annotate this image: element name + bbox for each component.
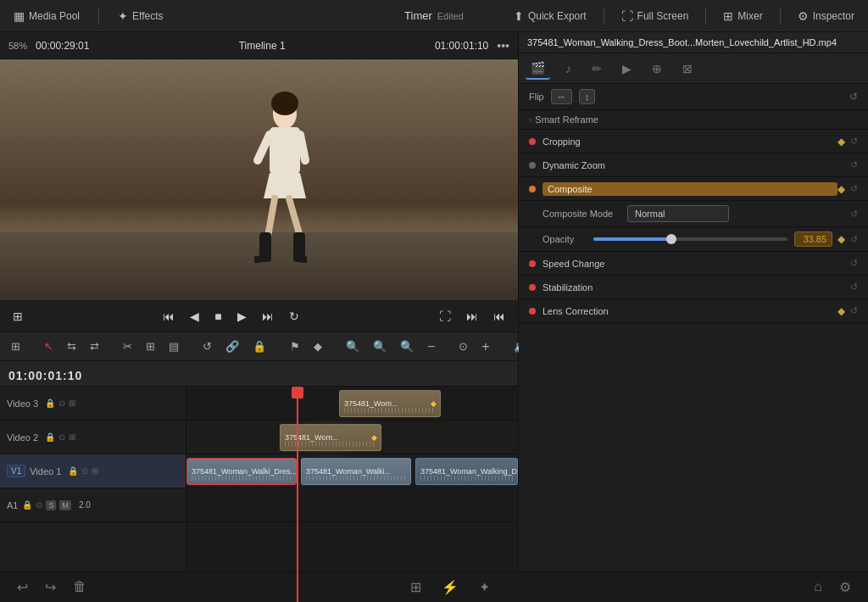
dynamic-trim-tool[interactable]: ⇄	[86, 337, 103, 355]
a1-s-btn[interactable]: S	[46, 500, 56, 510]
speed-change-label: Speed Change	[542, 259, 850, 269]
opacity-reset[interactable]: ↺	[850, 234, 858, 245]
v1-settings-icon[interactable]: ⊞	[92, 466, 98, 476]
composite-dot[interactable]	[529, 186, 536, 192]
opacity-value[interactable]: 33.85	[794, 231, 832, 247]
cropping-dot[interactable]	[529, 138, 536, 145]
plus-tool[interactable]: +	[477, 337, 493, 357]
effects-ins-tab[interactable]: ✏	[587, 59, 607, 79]
transition-tab[interactable]: ▶	[617, 59, 637, 79]
prev-frame-btn[interactable]: ⏮	[159, 306, 179, 326]
inspector-scroll[interactable]: › Smart Reframe Cropping ◆ ↺ Dynamic Zoo…	[519, 110, 868, 602]
media-pool-btn[interactable]: ▦ Media Pool	[8, 7, 85, 25]
home-btn[interactable]: ⌂	[810, 576, 826, 599]
trim-tool[interactable]: ⇆	[63, 337, 81, 355]
skip-start-btn[interactable]: ⏮	[489, 306, 509, 326]
v1-eye-icon[interactable]: ⊙	[81, 466, 88, 476]
cropping-reset[interactable]: ↺	[850, 136, 858, 147]
next-frame-btn[interactable]: ⏭	[258, 306, 278, 326]
stop-btn[interactable]: ■	[210, 306, 225, 326]
a1-lock-icon[interactable]: 🔒	[22, 500, 32, 510]
effects-btn[interactable]: ✦ Effects	[113, 7, 168, 25]
fullscreen-toggle-btn[interactable]: ⛶	[435, 306, 455, 326]
flag-btn[interactable]: ⚑	[286, 337, 304, 355]
v2-lock-icon[interactable]: 🔒	[45, 432, 55, 442]
zoom-minus-btn[interactable]: −	[423, 337, 439, 357]
speed-change-reset[interactable]: ↺	[850, 258, 858, 269]
zoom-label[interactable]: 58%	[8, 41, 27, 51]
composite-mode-reset[interactable]: ↺	[850, 209, 858, 220]
playhead-handle[interactable]	[292, 387, 303, 399]
insert-tool[interactable]: ⊞	[142, 337, 159, 355]
video-preview[interactable]	[0, 59, 518, 300]
composite-mode-select[interactable]: Normal	[627, 205, 729, 222]
overwrite-tool[interactable]: ▤	[164, 337, 183, 355]
v1-lock-icon[interactable]: 🔒	[68, 466, 78, 476]
preview-menu-btn[interactable]: •••	[497, 39, 509, 53]
split-btn[interactable]: ⚡	[438, 576, 462, 599]
v2-clip[interactable]: 375481_Wom... ◆	[280, 424, 381, 451]
a1-eye-icon[interactable]: ⊙	[36, 500, 42, 510]
composite-diamond[interactable]: ◆	[837, 183, 845, 195]
v2-eye-icon[interactable]: ⊙	[58, 432, 65, 442]
marker-btn[interactable]: ◆	[309, 337, 326, 355]
timer-label[interactable]: Timer	[404, 9, 432, 22]
opacity-slider[interactable]	[593, 237, 787, 241]
play-btn[interactable]: ▶	[233, 306, 251, 326]
dynamic-zoom-dot[interactable]	[529, 162, 536, 169]
sparkle-btn[interactable]: ✦	[476, 576, 493, 599]
zoom-fit-btn[interactable]: 🔍	[369, 337, 391, 355]
v2-settings-icon[interactable]: ⊞	[69, 432, 75, 442]
audio-tab[interactable]: ♪	[560, 59, 576, 79]
metadata-tab[interactable]: ⊠	[677, 59, 698, 79]
v1c-clip[interactable]: 375481_Woman_Walking_Dress_Boots_By_Mort…	[415, 458, 518, 485]
zoom-in-btn[interactable]: 🔍	[396, 337, 418, 355]
v3-eye-icon[interactable]: ⊙	[58, 399, 65, 408]
skip-end-btn[interactable]: ⏭	[462, 306, 482, 326]
a1-m-btn[interactable]: M	[59, 500, 71, 510]
circle-tool[interactable]: ⊙	[454, 337, 472, 355]
loop-btn[interactable]: ↻	[285, 306, 303, 326]
smart-reframe-header[interactable]: › Smart Reframe	[519, 110, 868, 130]
composite-reset[interactable]: ↺	[850, 183, 858, 194]
v3-settings-icon[interactable]: ⊞	[69, 399, 75, 408]
razor-tool[interactable]: ✂	[119, 337, 136, 355]
redo-btn[interactable]: ↪	[42, 576, 59, 599]
select-tool[interactable]: ↖	[40, 337, 58, 355]
inspector-btn[interactable]: ⚙ Inspector	[793, 7, 860, 25]
quick-export-btn[interactable]: ⬆ Quick Export	[509, 7, 592, 25]
lock-btn[interactable]: 🔒	[248, 337, 270, 355]
trash-btn[interactable]: 🗑	[70, 576, 90, 599]
v1b-clip[interactable]: 375481_Woman_Walki...	[301, 458, 411, 485]
frame-layout-btn[interactable]: ⊞	[8, 306, 27, 326]
stabilization-reset[interactable]: ↺	[850, 281, 858, 293]
link-btn[interactable]: 🔗	[221, 337, 243, 355]
layout-btn[interactable]: ⊞	[7, 337, 25, 355]
undo-clip-btn[interactable]: ↺	[198, 337, 216, 355]
stabilization-dot[interactable]	[529, 284, 536, 291]
full-screen-btn[interactable]: ⛶ Full Screen	[616, 7, 694, 25]
opacity-slider-thumb[interactable]	[666, 234, 676, 244]
flip-h-btn[interactable]: ↔	[551, 89, 572, 104]
image-tab[interactable]: ⊕	[647, 59, 667, 79]
timeline-ruler[interactable]: 01:00:00:00 01:00:04:00 01:00:08:00	[186, 379, 518, 382]
flip-reset-icon[interactable]: ↺	[849, 91, 858, 103]
opacity-diamond[interactable]: ◆	[837, 233, 845, 245]
step-back-btn[interactable]: ◀	[186, 306, 203, 326]
mixer-btn[interactable]: ⊞ Mixer	[718, 7, 767, 25]
v1a-clip[interactable]: 375481_Woman_Walki_Dres...	[186, 458, 297, 485]
cropping-diamond[interactable]: ◆	[837, 136, 845, 148]
dynamic-zoom-reset[interactable]: ↺	[850, 159, 858, 170]
settings-btn[interactable]: ⚙	[836, 576, 854, 599]
flip-v-btn[interactable]: ↕	[579, 89, 596, 104]
lens-correction-reset[interactable]: ↺	[850, 305, 858, 316]
center-btn[interactable]: ⊞	[407, 576, 425, 599]
lens-correction-dot[interactable]	[529, 308, 536, 315]
speed-change-dot[interactable]	[529, 260, 536, 267]
lens-correction-diamond[interactable]: ◆	[837, 305, 845, 317]
v3-clip[interactable]: 375481_Wom... ◆	[339, 390, 441, 417]
video-tab[interactable]: 🎬	[526, 58, 550, 80]
v3-lock-icon[interactable]: 🔒	[45, 399, 55, 408]
zoom-out-btn[interactable]: 🔍	[342, 337, 364, 355]
undo-btn[interactable]: ↩	[14, 576, 31, 599]
